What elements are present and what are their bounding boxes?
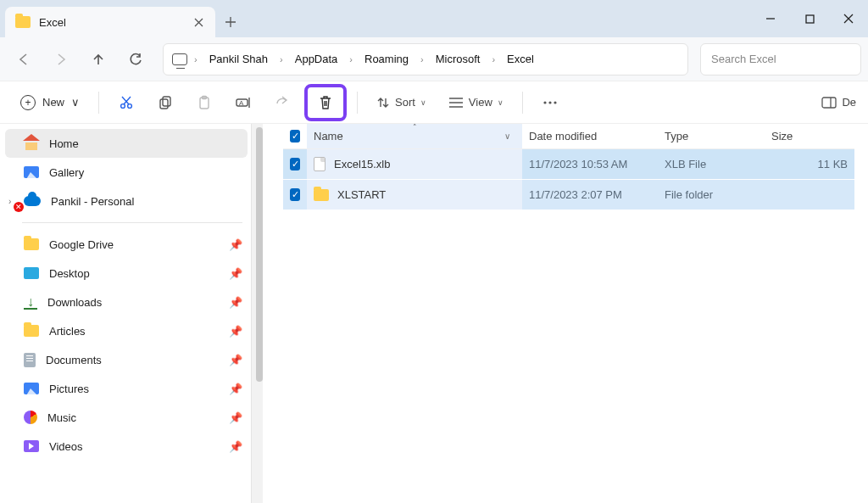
breadcrumb-item[interactable]: Microsoft [431,49,486,69]
column-header-type[interactable]: Type [658,130,765,143]
paste-button[interactable] [187,87,221,118]
details-pane-button[interactable]: De [816,87,856,118]
file-row[interactable]: ✓ Excel15.xlb 11/7/2023 10:53 AM XLB Fil… [283,149,854,180]
checkbox-checked-icon: ✓ [290,130,300,143]
svg-point-11 [554,101,556,103]
sidebar-item-downloads[interactable]: Downloads 📌 [5,288,263,316]
chevron-right-icon[interactable]: › [192,54,199,64]
breadcrumb-bar[interactable]: › Pankil Shah › AppData › Roaming › Micr… [163,43,688,75]
sidebar-item-articles[interactable]: Articles 📌 [5,316,263,345]
sidebar-item-gallery[interactable]: Gallery [5,158,263,187]
breadcrumb-item[interactable]: Excel [502,49,539,69]
rename-button[interactable]: A [226,87,260,118]
sidebar-label: Gallery [49,166,84,179]
file-list-pane: ✓ ˄ Name ∨ Date modified Type Size ✓ Exc… [263,124,868,503]
file-icon [314,157,326,171]
row-checkbox[interactable]: ✓ [283,158,307,170]
more-button[interactable] [533,87,567,118]
chevron-right-icon[interactable]: › [278,54,285,64]
cut-button[interactable] [109,87,143,118]
file-date-cell: 11/7/2023 2:07 PM [522,188,658,201]
new-button[interactable]: + New ∨ [12,87,88,118]
svg-rect-12 [822,98,836,108]
view-label: View [469,96,492,109]
select-all-checkbox[interactable]: ✓ [283,130,307,143]
sidebar-separator [22,222,242,223]
search-input[interactable]: Search Excel [700,43,861,75]
sidebar-label: Videos [49,440,83,453]
column-header-name[interactable]: ˄ Name ∨ [307,124,522,148]
close-tab-button[interactable] [192,15,205,29]
column-label: Date modified [529,130,597,143]
chevron-down-icon[interactable]: ∨ [504,131,515,141]
sidebar-label: Desktop [49,267,90,280]
search-placeholder: Search Excel [711,53,776,65]
sidebar-item-home[interactable]: Home [5,129,248,158]
gallery-icon [24,166,39,178]
breadcrumb-item[interactable]: AppData [290,49,343,69]
sidebar-label: Music [47,411,76,424]
folder-icon [15,16,31,28]
sidebar-item-pictures[interactable]: Pictures 📌 [5,374,263,403]
sidebar-label: Pankil - Personal [51,195,134,208]
download-icon [24,295,37,309]
details-pane-icon [821,97,837,109]
sidebar-label: Home [49,137,79,150]
sidebar-item-google-drive[interactable]: Google Drive 📌 [5,230,263,259]
chevron-right-icon[interactable]: › [8,197,11,206]
maximize-button[interactable] [790,0,829,37]
folder-icon [24,325,39,337]
file-date-cell: 11/7/2023 10:53 AM [522,158,658,170]
sort-icon [376,96,390,109]
folder-icon [24,238,39,250]
copy-button[interactable] [148,87,182,118]
window-tab[interactable]: Excel [5,7,215,37]
chevron-right-icon[interactable]: › [419,54,426,64]
toolbar: + New ∨ A Sort ∨ View ∨ De [0,81,868,124]
chevron-down-icon: ∨ [420,98,426,107]
column-header-row: ✓ ˄ Name ∨ Date modified Type Size [283,124,854,149]
this-pc-icon [172,53,187,65]
view-button[interactable]: View ∨ [440,87,512,118]
column-header-size[interactable]: Size [765,130,854,143]
address-bar-row: › Pankil Shah › AppData › Roaming › Micr… [0,37,868,81]
svg-rect-3 [160,99,168,109]
tab-title: Excel [39,16,183,29]
new-tab-button[interactable] [215,7,246,37]
pin-icon: 📌 [229,296,242,309]
file-type-cell: File folder [658,188,765,201]
forward-button[interactable] [44,44,78,75]
title-bar: Excel [0,0,868,37]
back-button[interactable] [7,44,41,75]
file-name-cell[interactable]: Excel15.xlb [307,149,522,179]
close-window-button[interactable] [829,0,868,37]
sidebar-item-onedrive[interactable]: › ✕ Pankil - Personal [5,187,263,215]
error-badge-icon: ✕ [14,202,24,212]
cloud-icon [24,196,41,206]
document-icon [24,353,36,367]
plus-circle-icon: + [20,95,36,110]
sidebar-item-music[interactable]: Music 📌 [5,403,263,432]
divider [98,92,99,114]
share-button[interactable] [265,87,299,118]
sidebar-item-documents[interactable]: Documents 📌 [5,345,263,374]
pin-icon: 📌 [229,325,242,338]
file-row[interactable]: ✓ XLSTART 11/7/2023 2:07 PM File folder [283,180,854,210]
column-header-date[interactable]: Date modified [522,130,658,143]
row-checkbox[interactable]: ✓ [283,188,307,201]
sidebar-item-videos[interactable]: Videos 📌 [5,432,263,461]
delete-button-highlighted[interactable] [304,84,347,121]
breadcrumb-item[interactable]: Roaming [359,49,414,69]
breadcrumb-item[interactable]: Pankil Shah [204,49,273,69]
home-icon [24,137,39,150]
chevron-right-icon[interactable]: › [348,54,354,64]
file-name-cell[interactable]: XLSTART [307,180,522,210]
chevron-right-icon[interactable]: › [490,54,497,64]
up-button[interactable] [81,44,115,75]
pin-icon: 📌 [229,354,242,366]
refresh-button[interactable] [119,44,153,75]
pictures-icon [24,383,39,394]
sidebar-item-desktop[interactable]: Desktop 📌 [5,259,263,288]
minimize-button[interactable] [751,0,790,37]
sort-button[interactable]: Sort ∨ [368,87,435,118]
